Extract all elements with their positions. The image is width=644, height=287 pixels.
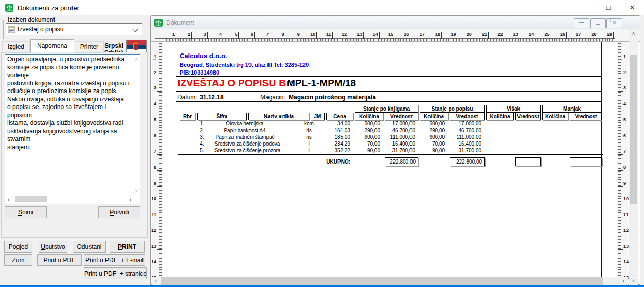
note-textarea[interactable]: Organ upravljanja, u prisustvu predsedni… [7, 56, 131, 194]
cell: 4. [180, 140, 195, 147]
select-document-group-label: Izaberi dokument [6, 16, 57, 23]
confirm-button[interactable]: Potvrdi [98, 206, 140, 218]
print-pdf-email-button[interactable]: Print u PDF + E-mail [84, 254, 145, 266]
scroll-left-icon[interactable]: ‹ [152, 277, 160, 285]
minimize-icon[interactable]: — [573, 0, 597, 15]
ruler-tick [520, 32, 520, 39]
cell [486, 127, 514, 134]
app-window: { "window": { "title": "Dokumenti za pri… [0, 0, 644, 287]
ruler-tick [618, 139, 623, 139]
ruler-number: 5 [227, 32, 237, 37]
scroll-right-icon[interactable]: › [619, 277, 628, 285]
ruler-tick [473, 32, 473, 39]
ruler-tick [157, 107, 162, 107]
view-button[interactable]: Pogled [4, 241, 32, 253]
title-bar: Dokumenti za printer — □ ✕ [0, 0, 644, 15]
note-scroll-right-icon[interactable]: › [129, 196, 131, 203]
ruler-number: 8 [154, 165, 156, 170]
note-hscroll-thumb[interactable] [15, 196, 47, 202]
margin-handle-horizontal-icon[interactable]: ↔ [618, 55, 623, 61]
instructions-button[interactable]: Uputstvo [39, 241, 67, 253]
ruler-number: 19 [445, 32, 456, 37]
ruler-number: 1 [623, 54, 626, 59]
ruler-tick [566, 32, 567, 39]
ruler-number: 9 [154, 181, 156, 186]
flag-crest-icon [133, 43, 138, 50]
column-header: JM [311, 113, 325, 120]
cell [486, 120, 514, 127]
table-row: 2.Papir bankpost A4ris161,03290,0046.700… [180, 127, 602, 134]
ruler-tick [395, 32, 395, 39]
group-header: Višak [486, 105, 541, 113]
note-scroll-left-icon[interactable]: ‹ [8, 196, 10, 203]
ruler-number: 3 [196, 32, 206, 37]
chevron-down-icon[interactable] [132, 26, 138, 32]
cell: 2. [180, 127, 195, 134]
note-hscrollbar[interactable]: ‹ › [6, 195, 139, 203]
h-scrollbar[interactable]: ‹ › [152, 277, 628, 285]
cell: 290,00 [355, 127, 383, 134]
ruler-number: 4 [623, 101, 626, 106]
scroll-up-icon[interactable]: ∧ [629, 29, 638, 38]
ruler-number: 11 [151, 212, 156, 217]
save-button[interactable]: Snimi [5, 206, 47, 218]
cell: kom [311, 120, 325, 127]
margin-handle-vertical-icon[interactable]: ↕ [171, 16, 174, 23]
tab-printer[interactable]: Printer [75, 41, 104, 53]
tab-izgled[interactable]: Izgled [2, 41, 30, 53]
scroll-down-icon[interactable]: ∨ [629, 277, 638, 285]
note-scroll-down-icon[interactable]: ∨ [135, 188, 138, 193]
mdi-minimize-icon[interactable] [574, 18, 589, 28]
ruler-tick [504, 32, 504, 39]
close-icon[interactable]: ✕ [620, 0, 644, 15]
mdi-restore-icon[interactable] [590, 18, 606, 28]
cell: 34,00 [326, 120, 353, 127]
print-pdf-button[interactable]: Print u PDF [37, 254, 82, 266]
cell [486, 134, 514, 140]
ruler-tick [457, 32, 457, 39]
cell: Sredstvo za čišćenje podova [248, 140, 309, 147]
print-pdf-pages-button[interactable]: Print u PDF + stranice [84, 267, 147, 279]
cancel-button[interactable]: Odustani [73, 241, 106, 253]
ruler-number: 5 [623, 117, 626, 122]
ruler-tick [301, 32, 301, 39]
cell: 234,29 [326, 140, 353, 147]
total-value: 222.800,00 [385, 157, 418, 166]
cell [486, 157, 514, 166]
ruler-tick [618, 234, 623, 234]
maximize-icon[interactable]: □ [597, 0, 620, 15]
ruler-tick [582, 32, 582, 39]
document-select[interactable]: Izveštaj o popisu [6, 23, 142, 35]
cell [355, 157, 383, 166]
ruler-tick [618, 249, 623, 250]
ruler-number: 12 [151, 228, 156, 233]
h-scroll-thumb[interactable] [161, 277, 603, 285]
cell: 3. [180, 134, 195, 140]
v-scrollbar[interactable]: ∧ ∨ [629, 29, 638, 285]
cell: 185,00 [326, 134, 353, 140]
cell [515, 120, 541, 127]
ruler-number: 14 [151, 259, 156, 264]
ruler-tick [618, 202, 623, 202]
v-scroll-thumb[interactable] [630, 55, 637, 204]
cell [570, 127, 602, 134]
note-scroll-up-icon[interactable]: ∧ [135, 56, 138, 62]
print-button[interactable]: PRINT [110, 241, 145, 253]
ruler-number: 6 [154, 133, 156, 138]
cell [542, 127, 568, 134]
margin-handle-horizontal-icon[interactable]: ↔ [152, 55, 157, 61]
cell [570, 120, 602, 127]
zoom-button[interactable]: Zum [4, 254, 32, 266]
ruler-tick [551, 32, 551, 39]
margin-handle-vertical-icon[interactable]: ↕ [609, 16, 612, 23]
ruler-tick [441, 32, 442, 39]
ruler-tick [618, 218, 623, 218]
total-value [570, 157, 602, 166]
document-list-icon [8, 26, 15, 33]
tab-bar: IzgledNapomenaPrinter [2, 40, 104, 53]
company-pib: PIB:103314980 [180, 69, 219, 76]
cell: 290,00 [420, 127, 448, 134]
tab-napomena[interactable]: Napomena [30, 39, 74, 52]
ruler-number: 2 [180, 32, 190, 37]
ruler-tick [157, 234, 162, 234]
